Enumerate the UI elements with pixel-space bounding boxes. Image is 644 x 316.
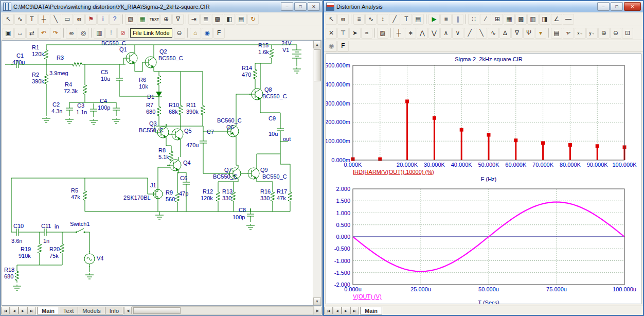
- component-R12[interactable]: R12120k: [201, 188, 220, 203]
- graphics-mode-icon[interactable]: ▭: [62, 14, 73, 25]
- go-to-y-icon[interactable]: y→: [586, 28, 598, 39]
- high-icon[interactable]: ∧: [440, 28, 452, 39]
- component-C10[interactable]: C103.6n: [11, 223, 24, 244]
- global-high-icon[interactable]: ∆: [499, 28, 511, 39]
- select-tool-icon[interactable]: ↖: [326, 14, 337, 25]
- divider-icon[interactable]: —: [563, 14, 574, 25]
- component-Q8[interactable]: Q8BC550_C: [249, 86, 287, 102]
- region-select-icon[interactable]: ▧: [125, 14, 136, 25]
- picture-icon[interactable]: ▦: [137, 14, 148, 25]
- world-icon[interactable]: ◉: [202, 28, 213, 39]
- analysis-plots[interactable]: Sigma-2_2kHz-square.CIR500.000m400.000m3…: [326, 54, 640, 304]
- component-J1[interactable]: J12SK170BL: [123, 182, 163, 201]
- component-24V[interactable]: 24VV1: [281, 41, 301, 61]
- component-R1[interactable]: R1120k: [32, 44, 48, 61]
- wire-mode-icon[interactable]: ┼: [38, 14, 49, 25]
- analysis-page-first-button[interactable]: |◀: [324, 307, 333, 314]
- stripe-panel-icon[interactable]: ▩: [515, 14, 527, 25]
- component-V4[interactable]: V4: [84, 251, 103, 267]
- view-toggle-icon[interactable]: ▥: [94, 28, 105, 39]
- component-Switch1[interactable]: Switch1: [70, 221, 90, 233]
- top-chart-legend[interactable]: IHD(HARM(V(OUT)),10000) (%): [353, 169, 434, 175]
- attributes-icon[interactable]: ab: [66, 28, 77, 39]
- step-icon[interactable]: ⇥: [188, 14, 200, 25]
- branch-icon[interactable]: Ψ: [523, 28, 534, 39]
- text-banner-icon[interactable]: TEXT: [149, 14, 160, 25]
- component-R9[interactable]: R9560: [166, 189, 180, 204]
- go-to-x-icon[interactable]: x→: [575, 28, 586, 39]
- ring-icon[interactable]: ◉: [326, 41, 337, 51]
- text-mode-icon[interactable]: T: [401, 14, 412, 25]
- slope-down-icon[interactable]: ╲: [476, 28, 487, 39]
- grid-toggle-icon[interactable]: ▩: [212, 14, 223, 25]
- select-graph-icon[interactable]: ▨: [377, 28, 388, 39]
- pointer-icon[interactable]: ➤: [349, 28, 361, 39]
- schematic-canvas[interactable]: C1470uR1120kR2390kR33.9megR472.3kC24.3nC…: [2, 41, 313, 305]
- zoom-out-icon[interactable]: ⊖: [174, 28, 185, 39]
- zoom-in-icon[interactable]: ⊕: [598, 28, 610, 39]
- component-D1[interactable]: D1: [147, 88, 162, 100]
- swap-icon[interactable]: ⇄: [26, 28, 38, 39]
- analysis-window[interactable]: Distortion Analysis – □ ✕ ↖68≡∿↕╱T▤▶■∥∷⁄…: [323, 0, 644, 316]
- peak-icon[interactable]: ⋀: [417, 28, 428, 39]
- numeric-output-icon[interactable]: ▤: [551, 28, 562, 39]
- clipboard-icon[interactable]: ▤: [413, 14, 424, 25]
- component-R16[interactable]: R16330: [260, 188, 275, 203]
- minimize-button[interactable]: –: [281, 2, 293, 11]
- component-R11[interactable]: R11390k: [186, 102, 205, 117]
- bus-icon[interactable]: ≣: [200, 14, 211, 25]
- bottom-chart-legend[interactable]: V(OUT) (V): [353, 293, 382, 300]
- component-R13[interactable]: R13330: [222, 188, 236, 203]
- zoom-fit-icon[interactable]: ⊡: [622, 28, 633, 39]
- component-R6[interactable]: R610k: [139, 74, 161, 90]
- analysis-window-titlebar[interactable]: Distortion Analysis – □ ✕: [324, 1, 643, 12]
- vertical-scroll-thumb[interactable]: [314, 49, 321, 81]
- schematic-tab-main[interactable]: Main: [37, 307, 59, 314]
- next-point-icon[interactable]: ∗: [405, 28, 416, 39]
- waveform-color-dropdown[interactable]: ▾: [535, 28, 546, 39]
- analysis-page-next-button[interactable]: ▶: [342, 307, 350, 314]
- valley-icon[interactable]: ⋁: [428, 28, 440, 39]
- probe-icon[interactable]: 68: [337, 14, 349, 25]
- component-Q5[interactable]: Q5: [169, 126, 192, 143]
- component-R8[interactable]: R85.1k: [158, 147, 173, 163]
- component-C9[interactable]: C910u: [269, 115, 284, 137]
- text-mode-icon[interactable]: T: [26, 14, 38, 25]
- flag-mode-icon[interactable]: ⚑: [85, 14, 97, 25]
- zoom-out-icon[interactable]: ⊖: [610, 28, 621, 39]
- scale-mode-icon[interactable]: ↕: [377, 14, 388, 25]
- window-split-icon[interactable]: ◧: [224, 14, 235, 25]
- column-panel-icon[interactable]: ▥: [527, 14, 539, 25]
- file-link-mode-indicator[interactable]: File Link Mode: [130, 28, 172, 38]
- schematic-window[interactable]: C:\MC9\DATA\Petrov\switching distortion\…: [0, 0, 323, 316]
- function-source-icon[interactable]: F: [213, 28, 225, 39]
- help-mode-icon[interactable]: ?: [109, 14, 120, 25]
- limits-icon[interactable]: ≡: [353, 14, 365, 25]
- component-R4[interactable]: R472.3k: [64, 81, 87, 96]
- pause-button[interactable]: ∥: [452, 14, 463, 25]
- minimize-button[interactable]: –: [597, 2, 610, 11]
- maximize-button[interactable]: □: [294, 2, 307, 11]
- undo-icon[interactable]: ↶: [38, 28, 49, 39]
- pan-icon[interactable]: ↔: [14, 28, 26, 39]
- redo-icon[interactable]: ↷: [50, 28, 61, 39]
- component-Q7[interactable]: Q7BC550_C: [213, 165, 241, 182]
- find-part-icon[interactable]: 68: [74, 14, 85, 25]
- cursor-slope-icon[interactable]: ╱: [389, 14, 400, 25]
- component-C1[interactable]: C1470u: [11, 52, 25, 68]
- tokens-icon[interactable]: ⁄: [480, 14, 491, 25]
- schematic-drawing[interactable]: C1470uR1120kR2390kR33.9megR472.3kC24.3nC…: [2, 41, 313, 305]
- probe-p-icon[interactable]: 'P': [563, 28, 574, 39]
- component-Q3[interactable]: Q3BC550_C: [139, 120, 169, 141]
- select-tool-icon[interactable]: ↖: [3, 14, 14, 25]
- component-R19[interactable]: R19910k: [19, 242, 42, 259]
- horizontal-scroll-thumb[interactable]: [133, 307, 181, 314]
- stop-button[interactable]: ■: [440, 14, 452, 25]
- refresh-icon[interactable]: ↻: [247, 14, 259, 25]
- component-C6[interactable]: C647p: [179, 175, 190, 197]
- component-Q2[interactable]: Q2BC550_C: [142, 48, 183, 71]
- component-C2[interactable]: C24.3n: [51, 101, 73, 116]
- schematic-page-last-button[interactable]: ▶|: [27, 307, 36, 314]
- close-button[interactable]: ✕: [308, 2, 320, 11]
- pane-split-icon[interactable]: ◨: [539, 14, 550, 25]
